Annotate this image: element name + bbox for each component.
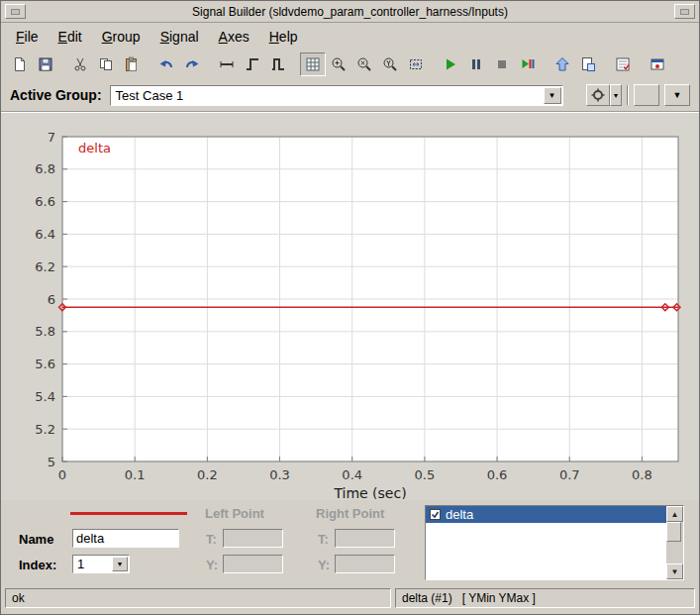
scrollbar-thumb[interactable]: [666, 522, 681, 542]
line-segment-button[interactable]: [214, 52, 240, 76]
active-group-bar: Active Group: Test Case 1 ▼ ▼ ▼: [1, 79, 699, 112]
signal-listbox: delta ▲ ▼: [425, 505, 684, 580]
window-maximize-button[interactable]: [674, 4, 695, 19]
run-icon: [443, 56, 458, 72]
highlight-model-button[interactable]: [645, 52, 670, 76]
save-button[interactable]: [33, 52, 58, 76]
save-icon: [38, 56, 53, 72]
pause-button[interactable]: [463, 52, 489, 76]
cut-button[interactable]: [67, 52, 93, 76]
scroll-up-button[interactable]: ▲: [666, 506, 683, 522]
gear-icon: [590, 87, 606, 103]
checked-checkbox-icon: [430, 509, 441, 520]
svg-text:0.3: 0.3: [269, 467, 290, 482]
fit-view-button[interactable]: [403, 52, 429, 76]
new-icon: [12, 56, 28, 72]
copy-figure-button[interactable]: [575, 52, 601, 76]
scroll-down-button[interactable]: ▼: [666, 564, 683, 579]
highlight-model-icon: [650, 56, 665, 72]
menu-edit[interactable]: Edit: [50, 26, 91, 48]
zoom-in-button[interactable]: [326, 52, 351, 76]
copy-button[interactable]: [93, 52, 119, 76]
redo-button[interactable]: [179, 52, 205, 76]
svg-text:0.4: 0.4: [342, 467, 362, 482]
scrollbar-track[interactable]: [666, 522, 683, 564]
svg-text:0.5: 0.5: [415, 467, 436, 482]
redo-icon: [184, 56, 200, 72]
list-item-delta[interactable]: delta: [426, 506, 666, 523]
svg-text:Time (sec): Time (sec): [333, 485, 406, 499]
fit-view-icon: [408, 56, 424, 72]
svg-text:6.4: 6.4: [35, 227, 55, 242]
zoom-x-button[interactable]: [351, 52, 377, 76]
line-segment-icon: [219, 56, 235, 72]
left-y-field: [223, 555, 283, 573]
window-title: Signal Builder (sldvdemo_param_controlle…: [26, 5, 674, 19]
menu-file[interactable]: File: [7, 26, 48, 48]
stop-icon: [494, 56, 510, 72]
window-menu-icon: [11, 9, 20, 15]
pulse-signal-button[interactable]: [265, 52, 291, 76]
cut-icon: [72, 56, 88, 72]
chevron-down-icon[interactable]: ▼: [544, 87, 561, 104]
zoom-y-button[interactable]: [377, 52, 403, 76]
plot-panel: 00.10.20.30.40.50.60.70.855.25.45.65.866…: [1, 112, 699, 500]
requirements-button[interactable]: [610, 52, 636, 76]
list-item-label: delta: [446, 507, 473, 522]
svg-text:5.2: 5.2: [35, 422, 55, 437]
svg-text:0.8: 0.8: [632, 467, 652, 482]
paste-button[interactable]: [119, 52, 145, 76]
right-y-field: [335, 555, 395, 573]
active-group-value: Test Case 1: [111, 88, 544, 103]
svg-text:5: 5: [48, 455, 55, 469]
titlebar: Signal Builder (sldvdemo_param_controlle…: [1, 1, 699, 23]
statusbar: ok delta (#1) [ YMin YMax ]: [1, 585, 699, 611]
panel-blank-button[interactable]: [634, 84, 659, 106]
run-button[interactable]: [438, 52, 463, 76]
active-group-combobox[interactable]: Test Case 1 ▼: [110, 85, 563, 106]
menubar: File Edit Group Signal Axes Help: [1, 23, 699, 50]
snap-grid-button[interactable]: [300, 52, 326, 76]
chevron-down-icon[interactable]: ▼: [112, 557, 128, 571]
zoom-x-icon: [356, 56, 372, 72]
raise-group-button[interactable]: [550, 52, 575, 76]
window-menu-button[interactable]: [5, 4, 26, 19]
svg-text:0.2: 0.2: [197, 467, 218, 482]
menu-group[interactable]: Group: [93, 26, 150, 48]
separator: [627, 85, 629, 105]
menu-help[interactable]: Help: [260, 26, 307, 48]
undo-icon: [158, 56, 174, 72]
step-signal-button[interactable]: [240, 52, 265, 76]
right-y-label: Y:: [318, 558, 330, 572]
undo-button[interactable]: [153, 52, 179, 76]
svg-text:0: 0: [58, 467, 66, 482]
copy-icon: [98, 56, 114, 72]
index-combobox[interactable]: 1 ▼: [72, 555, 130, 573]
copy-figure-icon: [580, 56, 596, 72]
svg-text:6: 6: [48, 292, 55, 307]
right-t-field: [335, 529, 395, 548]
stop-button[interactable]: [489, 52, 515, 76]
group-options-arrow[interactable]: ▼: [610, 84, 622, 106]
index-value: 1: [73, 557, 112, 571]
status-message: ok: [5, 588, 391, 608]
svg-text:0.7: 0.7: [559, 467, 580, 482]
requirements-icon: [615, 56, 631, 72]
signal-plot[interactable]: 00.10.20.30.40.50.60.70.855.25.45.65.866…: [9, 115, 691, 503]
status-selection: delta (#1) [ YMin YMax ]: [395, 588, 695, 608]
panel-collapse-button[interactable]: ▼: [664, 84, 690, 106]
name-input[interactable]: [72, 529, 179, 548]
list-scrollbar[interactable]: ▲ ▼: [666, 506, 683, 579]
new-button[interactable]: [7, 52, 33, 76]
pause-icon: [468, 56, 484, 72]
menu-signal[interactable]: Signal: [151, 26, 208, 48]
svg-text:0.1: 0.1: [125, 467, 146, 482]
group-options-button[interactable]: [586, 84, 610, 106]
step-signal-icon: [245, 56, 260, 72]
menu-axes[interactable]: Axes: [210, 26, 258, 48]
svg-text:0.6: 0.6: [487, 467, 508, 482]
svg-text:7: 7: [48, 130, 55, 145]
svg-text:5.8: 5.8: [35, 324, 55, 339]
active-group-label: Active Group:: [10, 87, 102, 103]
run-all-button[interactable]: [515, 52, 541, 76]
